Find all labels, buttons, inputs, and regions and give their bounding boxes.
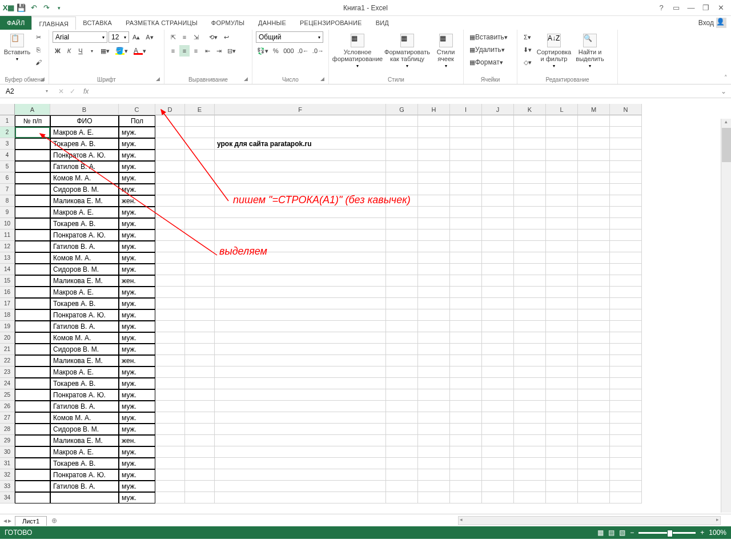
cell[interactable]	[482, 195, 514, 207]
orientation-icon[interactable]: ⟲▾	[207, 31, 220, 43]
comma-icon[interactable]: 000	[282, 45, 295, 57]
cell[interactable]	[418, 401, 450, 412]
cell-styles-button[interactable]: ▦Стили ячеек▾	[432, 31, 460, 71]
cell[interactable]	[185, 275, 215, 287]
cell[interactable]	[386, 184, 418, 195]
cell[interactable]	[185, 127, 215, 138]
cell[interactable]	[15, 401, 50, 412]
row-header[interactable]: 21	[0, 344, 15, 355]
cell[interactable]	[155, 115, 185, 127]
cell[interactable]: жен.	[119, 435, 155, 446]
align-left-icon[interactable]: ≡	[168, 45, 178, 57]
col-header-G[interactable]: G	[386, 104, 418, 115]
cell[interactable]	[578, 150, 610, 161]
cell[interactable]	[185, 469, 215, 481]
format-cells-button[interactable]: ▦ Формат ▾	[467, 57, 516, 68]
cell[interactable]	[578, 366, 610, 378]
cell[interactable]	[418, 378, 450, 389]
cell[interactable]	[215, 298, 386, 309]
cell[interactable]	[155, 389, 185, 401]
align-top-icon[interactable]: ⇱	[168, 31, 178, 43]
cell[interactable]	[418, 138, 450, 150]
cell[interactable]: муж.	[119, 138, 155, 150]
row-header[interactable]: 29	[0, 435, 15, 446]
cell[interactable]	[514, 252, 546, 264]
cell[interactable]	[418, 207, 450, 218]
cell[interactable]: муж.	[119, 458, 155, 469]
cell[interactable]	[450, 241, 482, 252]
cell[interactable]	[185, 366, 215, 378]
cell[interactable]	[418, 275, 450, 287]
cell[interactable]	[185, 321, 215, 332]
cell[interactable]	[482, 252, 514, 264]
cell[interactable]: муж.	[119, 481, 155, 492]
cell[interactable]	[578, 207, 610, 218]
minimize-icon[interactable]: —	[684, 2, 698, 14]
cell[interactable]	[482, 321, 514, 332]
cell[interactable]	[578, 481, 610, 492]
cell[interactable]	[610, 355, 642, 366]
row-header[interactable]: 16	[0, 287, 15, 298]
cell[interactable]	[578, 344, 610, 355]
view-normal-icon[interactable]: ▦	[597, 529, 604, 537]
cell[interactable]: муж.	[119, 287, 155, 298]
sheet-next-icon[interactable]: ▸	[8, 517, 11, 525]
tab-data[interactable]: ДАННЫЕ	[251, 16, 293, 30]
cell[interactable]: Маликова Е. М.	[50, 355, 119, 366]
col-header-N[interactable]: N	[610, 104, 642, 115]
underline-dropdown-icon[interactable]: ▾	[87, 45, 97, 57]
cell[interactable]	[418, 424, 450, 435]
cell[interactable]	[15, 161, 50, 172]
cell[interactable]: муж.	[119, 424, 155, 435]
cell[interactable]	[15, 446, 50, 458]
cell[interactable]	[514, 298, 546, 309]
cell[interactable]	[546, 161, 578, 172]
cell[interactable]: Понкратов А. Ю.	[50, 469, 119, 481]
sort-filter-button[interactable]: A↓ZСортировка и фильтр▾	[536, 31, 572, 71]
cell[interactable]	[418, 458, 450, 469]
cell[interactable]	[185, 458, 215, 469]
sign-in[interactable]: Вход👤	[698, 16, 726, 30]
cell[interactable]	[418, 446, 450, 458]
cell[interactable]	[15, 150, 50, 161]
format-painter-icon[interactable]: 🖌	[33, 57, 44, 68]
cell[interactable]	[155, 252, 185, 264]
cell[interactable]: Сидоров В. М.	[50, 184, 119, 195]
cell[interactable]	[155, 366, 185, 378]
cell[interactable]	[546, 264, 578, 275]
cell[interactable]	[215, 401, 386, 412]
cell[interactable]	[482, 287, 514, 298]
cell[interactable]	[155, 218, 185, 229]
cell[interactable]	[155, 309, 185, 321]
cell[interactable]	[610, 378, 642, 389]
cell[interactable]	[450, 378, 482, 389]
cell[interactable]	[215, 287, 386, 298]
cell[interactable]	[514, 424, 546, 435]
cell[interactable]	[546, 127, 578, 138]
cell[interactable]: муж.	[119, 172, 155, 184]
cell[interactable]	[185, 252, 215, 264]
cell[interactable]	[418, 252, 450, 264]
cell[interactable]	[482, 458, 514, 469]
cell[interactable]	[610, 150, 642, 161]
cell[interactable]	[450, 332, 482, 344]
cell[interactable]	[546, 378, 578, 389]
cell[interactable]: Маликова Е. М.	[50, 275, 119, 287]
cell[interactable]: Гатилов В. А.	[50, 481, 119, 492]
cell[interactable]	[514, 150, 546, 161]
clipboard-launcher-icon[interactable]: ◢	[41, 76, 47, 83]
col-header-J[interactable]: J	[482, 104, 514, 115]
add-sheet-icon[interactable]: ⊕	[47, 517, 62, 525]
cell[interactable]: Понкратов А. Ю.	[50, 229, 119, 241]
cell[interactable]	[482, 492, 514, 503]
cell[interactable]	[514, 469, 546, 481]
cell[interactable]: Сидоров В. М.	[50, 264, 119, 275]
cell[interactable]: Понкратов А. Ю.	[50, 389, 119, 401]
tab-home[interactable]: ГЛАВНАЯ	[31, 17, 76, 30]
cell[interactable]	[450, 127, 482, 138]
cell[interactable]	[514, 389, 546, 401]
font-color-icon[interactable]: A▾	[131, 45, 148, 57]
cell[interactable]	[215, 241, 386, 252]
cell[interactable]	[155, 207, 185, 218]
tab-layout[interactable]: РАЗМЕТКА СТРАНИЦЫ	[119, 16, 204, 30]
